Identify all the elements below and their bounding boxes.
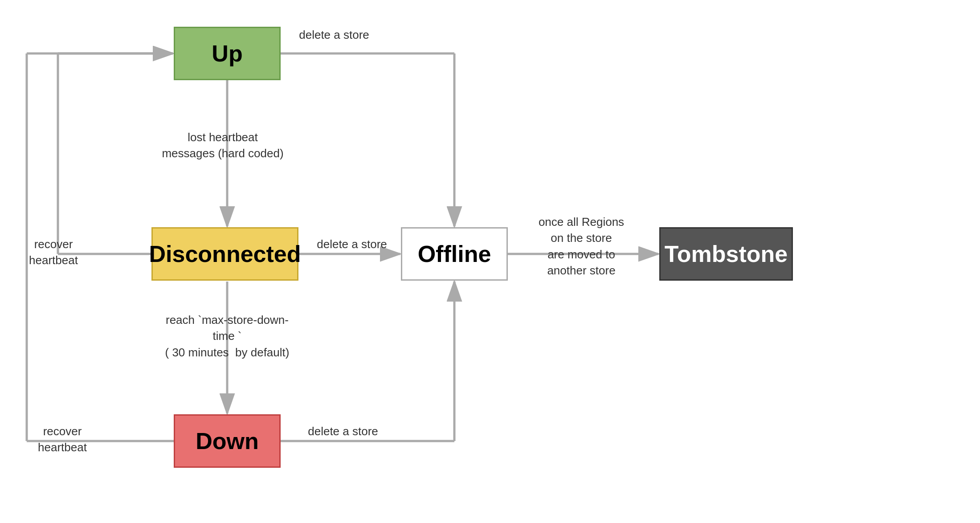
state-down: Down <box>174 414 281 468</box>
label-disconnected-to-offline: delete a store <box>303 236 401 252</box>
diagram-container: Up Disconnected Down Offline Tombstone l… <box>0 0 980 523</box>
state-disconnected-label: Disconnected <box>149 241 301 267</box>
state-offline: Offline <box>401 227 508 281</box>
state-up: Up <box>174 27 281 80</box>
label-offline-to-tombstone: once all Regionson the storeare moved to… <box>512 214 650 279</box>
state-offline-label: Offline <box>418 241 491 267</box>
state-tombstone-label: Tombstone <box>665 241 788 267</box>
state-disconnected: Disconnected <box>151 227 298 281</box>
label-recover-heartbeat-disconnected: recoverheartbeat <box>13 236 94 269</box>
label-lost-heartbeat: lost heartbeat messages (hard coded) <box>160 129 285 162</box>
label-down-to-offline: delete a store <box>294 423 392 439</box>
state-down-label: Down <box>196 428 259 454</box>
label-up-to-offline: delete a store <box>285 27 383 43</box>
state-up-label: Up <box>212 40 242 67</box>
state-tombstone: Tombstone <box>659 227 793 281</box>
label-recover-heartbeat-down: recoverheartbeat <box>13 423 111 456</box>
label-disconnected-to-down: reach `max-store-down-time `( 30 minutes… <box>160 312 294 360</box>
